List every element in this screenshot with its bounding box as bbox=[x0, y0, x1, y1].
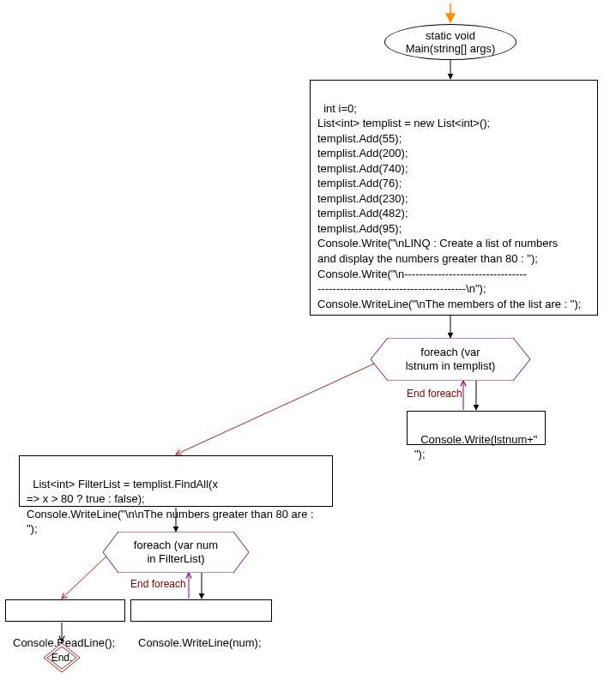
init-code-block: int i=0; List<int> templist = new List<i… bbox=[310, 80, 598, 316]
readline-block: Console.ReadLine(); bbox=[5, 599, 125, 622]
end-foreach-label-2: End foreach bbox=[130, 578, 186, 590]
foreach-templist-body: Console.Write(lstnum+" "); bbox=[407, 411, 546, 445]
start-terminal: static void Main(string[] args) bbox=[384, 24, 516, 60]
foreach-templist-hexagon: foreach (var lstnum in templist) bbox=[371, 338, 530, 381]
foreach-filterlist-body: Console.WriteLine(num); bbox=[130, 599, 272, 622]
filter-code-block: List<int> FilterList = templist.FindAll(… bbox=[19, 455, 333, 507]
foreach-filterlist-body-text: Console.WriteLine(num); bbox=[138, 636, 262, 649]
end-foreach-label-1: End foreach bbox=[407, 388, 462, 400]
filter-code-text: List<int> FilterList = templist.FindAll(… bbox=[27, 478, 317, 536]
end-terminal: End. bbox=[43, 642, 81, 673]
init-code-text: int i=0; List<int> templist = new List<i… bbox=[317, 102, 581, 310]
foreach-templist-label: foreach (var lstnum in templist) bbox=[371, 338, 530, 381]
end-terminal-label: End. bbox=[43, 642, 81, 673]
foreach-templist-body-text: Console.Write(lstnum+" "); bbox=[414, 433, 537, 461]
foreach-filterlist-hexagon: foreach (var num in FilterList) bbox=[103, 532, 249, 573]
foreach-filterlist-label: foreach (var num in FilterList) bbox=[103, 532, 249, 573]
start-terminal-label: static void Main(string[] args) bbox=[406, 29, 496, 55]
